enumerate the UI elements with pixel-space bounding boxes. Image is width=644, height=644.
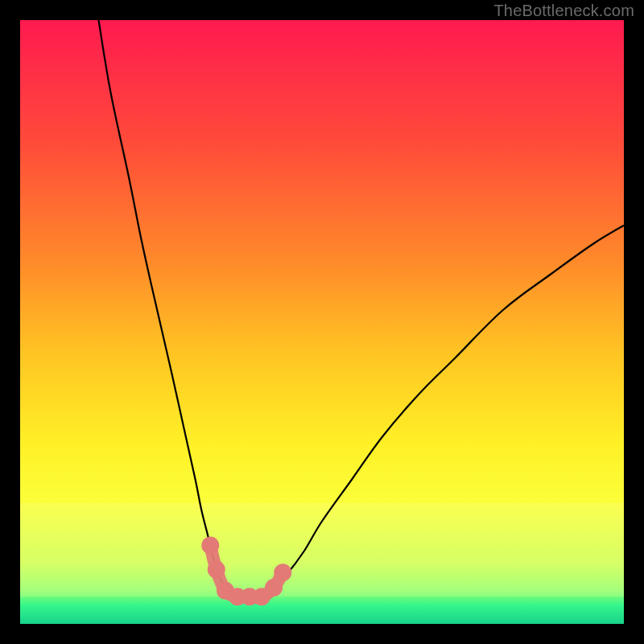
chart-svg (20, 20, 624, 624)
highlight-band (20, 503, 624, 597)
marker-point (274, 564, 291, 581)
watermark-text: TheBottleneck.com (493, 2, 634, 20)
plot-area (20, 20, 624, 624)
marker-point (265, 579, 283, 597)
marker-point (201, 537, 219, 555)
marker-point (208, 561, 225, 579)
chart-frame: TheBottleneck.com (0, 0, 644, 644)
